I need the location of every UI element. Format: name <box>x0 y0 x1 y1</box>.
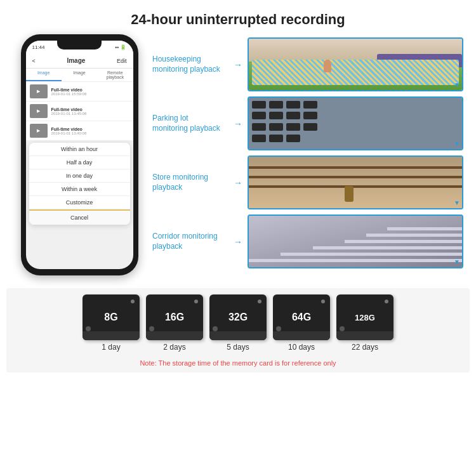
storage-cards: 8G 1 day 16G 2 days 32G 5 days 64G <box>83 294 393 352</box>
phone-notch <box>57 41 102 50</box>
monitoring-item-corridor: Corridor monitoringplayback → ▼ <box>152 215 463 268</box>
store-person <box>345 186 354 202</box>
video-date-2: 2019-01-01 13:45:08 <box>51 112 129 116</box>
phone-nav-title: Image <box>67 57 85 64</box>
days-label-32g: 5 days <box>227 343 249 352</box>
monitoring-item-housekeeping: Housekeepingmonitoring playback → ▼ <box>152 37 463 91</box>
car-15 <box>286 135 300 142</box>
dropdown-item-customize[interactable]: Customize <box>29 196 130 209</box>
sd-card-16g: 16G <box>146 294 203 340</box>
phone-dropdown-menu: Within an hour Half a day In one day Wit… <box>29 143 130 225</box>
video-item-3[interactable]: ▶ Full-time video 2019-01-01 13:40:08 <box>26 121 133 141</box>
phone-nav-bar: < Image Edit <box>26 53 133 69</box>
stair-3 <box>313 246 462 249</box>
storage-note: Note: The storage time of the memory car… <box>140 357 336 369</box>
corner-arrow-parking: ▼ <box>454 140 460 147</box>
sd-card-32g: 32G <box>209 294 267 340</box>
car-9 <box>252 123 266 131</box>
phone-tabs: Image Image Remote playback <box>26 69 133 82</box>
corner-arrow-store: ▼ <box>454 199 460 206</box>
arrow-corridor: → <box>234 237 242 247</box>
sd-dot-32g <box>258 300 261 303</box>
sd-card-128g-wrapper: 128G 22 days <box>336 294 393 352</box>
car-14 <box>269 135 283 142</box>
dropdown-item-within-hour[interactable]: Within an hour <box>29 143 130 156</box>
days-label-64g: 10 days <box>288 343 315 352</box>
sd-label-8g: 8G <box>104 312 117 323</box>
sd-card-64g-wrapper: 64G 10 days <box>273 294 330 352</box>
car-4 <box>303 101 317 109</box>
carpet <box>252 60 459 85</box>
monitoring-item-parking: Parking lotmonitoring playback → <box>152 96 463 150</box>
cam-housekeeping <box>249 39 462 90</box>
stair-2 <box>281 253 462 256</box>
sd-card-8g: 8G <box>83 294 140 340</box>
sd-card-32g-wrapper: 32G 5 days <box>209 294 267 352</box>
phone-time: 11:44 <box>32 44 45 50</box>
stair-5 <box>366 234 462 237</box>
sd-label-128g: 128G <box>355 313 375 322</box>
car-13 <box>252 135 266 142</box>
video-date-1: 2019-01-01 15:59:08 <box>51 92 129 96</box>
car-7 <box>286 112 300 119</box>
video-thumb-3: ▶ <box>30 124 48 138</box>
arrow-parking: → <box>234 119 242 129</box>
tab-image2[interactable]: Image <box>62 69 97 81</box>
page-title: 24-hour uninterrupted recording <box>0 0 476 34</box>
tab-image[interactable]: Image <box>26 69 62 81</box>
sd-card-16g-wrapper: 16G 2 days <box>146 294 203 352</box>
car-8 <box>303 112 317 119</box>
car-1 <box>252 101 266 109</box>
phone-screen: 11:44 ▪▪ 🔋 < Image Edit Image Image Remo… <box>26 41 133 269</box>
cam-store <box>249 157 462 208</box>
corner-arrow-housekeeping: ▼ <box>454 81 460 88</box>
video-title-3: Full-time video <box>51 127 129 131</box>
video-item-1[interactable]: ▶ Full-time video 2019-01-01 15:59:08 <box>26 82 133 102</box>
monitoring-label-housekeeping: Housekeepingmonitoring playback <box>152 55 228 74</box>
tab-remote[interactable]: Remote playback <box>97 69 133 81</box>
car-11 <box>286 123 300 131</box>
car-2 <box>269 101 283 109</box>
dropdown-item-half-day[interactable]: Half a day <box>29 156 130 169</box>
shelf-bg <box>249 157 462 208</box>
car-12 <box>303 123 317 131</box>
child <box>324 60 331 72</box>
days-label-8g: 1 day <box>102 343 120 352</box>
phone-edit[interactable]: Edit <box>117 58 127 64</box>
monitoring-img-parking: ▼ <box>248 96 463 150</box>
car-6 <box>269 112 283 119</box>
dropdown-item-week[interactable]: Within a week <box>29 183 130 196</box>
phone-mockup: 11:44 ▪▪ 🔋 < Image Edit Image Image Remo… <box>13 34 146 275</box>
shelf-2 <box>249 176 462 178</box>
dropdown-item-one-day[interactable]: In one day <box>29 169 130 183</box>
cam-corridor <box>249 216 462 267</box>
sd-label-64g: 64G <box>292 312 311 323</box>
car-5 <box>252 112 266 119</box>
video-item-2[interactable]: ▶ Full-time video 2019-01-01 13:45:08 <box>26 102 133 121</box>
sd-label-32g: 32G <box>228 312 248 323</box>
storage-section: 8G 1 day 16G 2 days 32G 5 days 64G <box>6 288 470 373</box>
monitoring-label-parking: Parking lotmonitoring playback <box>152 114 228 133</box>
sd-dot-8g <box>131 300 135 303</box>
cam-parking <box>249 98 462 149</box>
phone-icons: ▪▪ 🔋 <box>116 44 127 50</box>
sd-label-16g: 16G <box>165 312 184 323</box>
video-info-3: Full-time video 2019-01-01 13:40:08 <box>51 127 129 135</box>
phone-video-list: ▶ Full-time video 2019-01-01 15:59:08 ▶ … <box>26 82 133 141</box>
arrow-housekeeping: → <box>234 60 242 70</box>
monitoring-img-store: ▼ <box>248 155 463 209</box>
video-info-1: Full-time video 2019-01-01 15:59:08 <box>51 88 129 96</box>
sd-dot-128g <box>385 300 388 303</box>
dropdown-cancel[interactable]: Cancel <box>29 209 130 225</box>
monitoring-img-housekeeping: ▼ <box>248 37 463 91</box>
main-content: 11:44 ▪▪ 🔋 < Image Edit Image Image Remo… <box>0 34 476 275</box>
car-10 <box>269 123 283 131</box>
video-thumb-1: ▶ <box>30 84 48 98</box>
arrow-store: → <box>234 178 242 188</box>
video-info-2: Full-time video 2019-01-01 13:45:08 <box>51 107 129 116</box>
monitoring-label-corridor: Corridor monitoringplayback <box>152 232 228 251</box>
stair-4 <box>345 240 462 243</box>
sd-card-128g: 128G <box>336 294 393 340</box>
phone-back[interactable]: < <box>32 58 36 64</box>
shelf-3 <box>249 185 462 188</box>
